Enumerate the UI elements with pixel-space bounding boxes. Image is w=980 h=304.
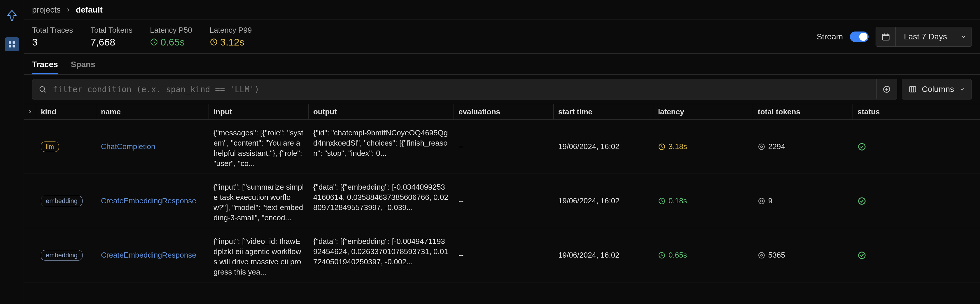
cell-output: {"id": "chatcmpl-9bmtfNCoyeOQ4695Qgd4nnx… <box>309 119 454 173</box>
stream-toggle[interactable] <box>850 32 869 42</box>
chevron-down-icon <box>955 33 972 40</box>
latency-text: 0.65s <box>668 251 687 259</box>
date-range-text: Last 7 Days <box>896 32 955 41</box>
left-rail <box>0 0 24 304</box>
kind-pill: embedding <box>41 196 83 206</box>
metric-latency-p99: Latency P99 3.12s <box>210 25 252 48</box>
metric-value-text: 3.12s <box>220 37 244 48</box>
cell-eval: -- <box>454 228 554 282</box>
token-icon <box>758 197 765 205</box>
cell-start: 19/06/2024, 16:02 <box>554 174 653 228</box>
svg-point-15 <box>759 198 764 204</box>
cell-eval: -- <box>454 119 554 173</box>
cell-lat: 0.18s <box>653 174 753 228</box>
chevron-down-icon <box>959 86 965 92</box>
metric-label: Total Traces <box>32 25 73 35</box>
tabs: Traces Spans <box>24 54 980 75</box>
search-icon <box>32 85 53 93</box>
svg-rect-3 <box>13 45 15 47</box>
tokens-text: 2294 <box>768 142 785 151</box>
cell-status <box>853 119 980 173</box>
row-expander[interactable] <box>24 119 36 173</box>
cell-output: {"data": [{"embedding": [-0.004947119392… <box>309 228 454 282</box>
svg-point-13 <box>859 143 865 150</box>
svg-rect-9 <box>909 87 916 92</box>
table-header: kind name input output evaluations start… <box>24 104 980 119</box>
svg-point-11 <box>759 144 764 150</box>
clock-icon <box>658 251 666 259</box>
filter-bar: Columns <box>24 75 980 104</box>
tokens-text: 9 <box>768 196 772 205</box>
traces-table: kind name input output evaluations start… <box>24 104 980 304</box>
trace-name-link[interactable]: CreateEmbeddingResponse <box>101 196 196 205</box>
svg-rect-0 <box>9 41 11 44</box>
cell-lat: 0.65s <box>653 228 753 282</box>
status-ok-icon <box>858 197 866 205</box>
filter-input[interactable] <box>53 84 877 94</box>
metric-label: Latency P99 <box>210 25 252 35</box>
tokens-text: 5365 <box>768 251 785 259</box>
clock-icon <box>150 38 158 46</box>
expand-all-toggle[interactable] <box>24 104 36 119</box>
metric-value: 3.12s <box>210 37 252 48</box>
table-row[interactable]: embedding CreateEmbeddingResponse {"inpu… <box>24 228 980 282</box>
token-icon <box>758 251 765 259</box>
cell-input: {"messages": [{"role": "system", "conten… <box>209 119 309 173</box>
cell-name: CreateEmbeddingResponse <box>96 174 209 228</box>
tab-spans[interactable]: Spans <box>71 60 95 75</box>
th-name[interactable]: name <box>96 104 209 119</box>
th-lat[interactable]: latency <box>653 104 753 119</box>
svg-point-12 <box>760 146 763 148</box>
date-range-picker[interactable]: Last 7 Days <box>876 27 972 47</box>
app-switcher-button[interactable] <box>5 37 19 51</box>
add-filter-button[interactable] <box>877 80 897 99</box>
table-row[interactable]: llm ChatCompletion {"messages": [{"role"… <box>24 119 980 174</box>
cell-input: {"input": ["summarize simple task execut… <box>209 174 309 228</box>
cell-tok: 9 <box>753 174 853 228</box>
toggle-knob <box>859 33 867 41</box>
th-output[interactable]: output <box>309 104 454 119</box>
input-text: {"messages": [{"role": "system", "conten… <box>213 128 304 169</box>
svg-rect-2 <box>9 45 11 47</box>
columns-button[interactable]: Columns <box>902 79 972 99</box>
metric-value: 0.65s <box>150 37 192 48</box>
latency-text: 0.18s <box>668 196 687 205</box>
row-expander[interactable] <box>24 228 36 282</box>
breadcrumb-projects[interactable]: projects <box>32 5 60 14</box>
metrics-bar: Total Traces 3 Total Tokens 7,668 Latenc… <box>24 20 980 54</box>
columns-icon <box>908 85 917 93</box>
cell-tok: 5365 <box>753 228 853 282</box>
th-kind[interactable]: kind <box>36 104 96 119</box>
metric-total-tokens: Total Tokens 7,668 <box>91 25 132 48</box>
row-expander[interactable] <box>24 174 36 228</box>
chevron-right-icon <box>65 7 71 13</box>
metric-value-text: 0.65s <box>161 37 185 48</box>
tab-traces[interactable]: Traces <box>32 60 58 75</box>
phoenix-logo[interactable] <box>5 9 19 23</box>
th-stat[interactable]: status <box>853 104 980 119</box>
status-ok-icon <box>858 251 866 259</box>
metric-value: 3 <box>32 37 73 48</box>
th-tok[interactable]: total tokens <box>753 104 853 119</box>
th-start[interactable]: start time <box>554 104 653 119</box>
latency-text: 3.18s <box>668 142 687 151</box>
th-eval[interactable]: evaluations <box>454 104 554 119</box>
filter-search <box>32 79 897 99</box>
metric-total-traces: Total Traces 3 <box>32 25 73 48</box>
cell-name: CreateEmbeddingResponse <box>96 228 209 282</box>
trace-name-link[interactable]: ChatCompletion <box>101 142 155 151</box>
cell-status <box>853 174 980 228</box>
kind-pill: llm <box>41 142 59 152</box>
calendar-icon <box>876 27 896 46</box>
status-ok-icon <box>858 142 866 151</box>
svg-point-21 <box>859 252 865 258</box>
input-text: {"input": ["summarize simple task execut… <box>213 182 304 223</box>
th-input[interactable]: input <box>209 104 309 119</box>
columns-button-label: Columns <box>922 84 954 94</box>
cell-kind: embedding <box>36 174 96 228</box>
svg-rect-6 <box>882 34 889 40</box>
table-row[interactable]: embedding CreateEmbeddingResponse {"inpu… <box>24 174 980 228</box>
kind-pill: embedding <box>41 250 83 261</box>
trace-name-link[interactable]: CreateEmbeddingResponse <box>101 251 196 259</box>
svg-point-16 <box>760 200 763 202</box>
